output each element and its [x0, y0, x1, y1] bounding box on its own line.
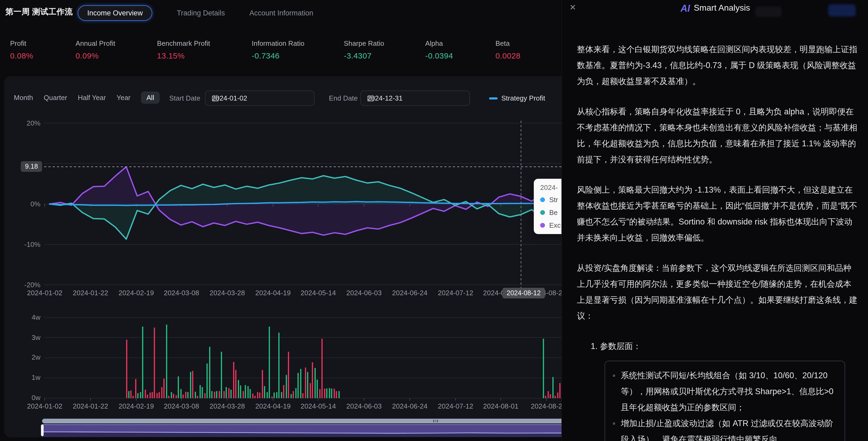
- metric-value: 13.15%: [157, 51, 231, 60]
- datazoom-left-handle[interactable]: [41, 424, 44, 436]
- bar-x-tick: 2024-03-08: [158, 402, 206, 410]
- ai-logo: AI: [680, 3, 690, 14]
- metric-value: -0.0394: [425, 51, 500, 60]
- ghost-button: [755, 6, 782, 17]
- analysis-paragraph: 从核心指标看，策略自身年化收益率接近于 0，且略为负 alpha，说明即便在不考…: [577, 104, 859, 167]
- bar-x-tick: 2024-04-19: [249, 402, 297, 410]
- bar-x-tick: 2024-08-01: [477, 402, 525, 410]
- bar-x-tick: 2024-01-02: [21, 402, 69, 410]
- end-date-input[interactable]: 2024-12-31: [360, 90, 470, 106]
- range-button-year[interactable]: Year: [117, 93, 131, 101]
- main-x-tick: 2024-06-03: [340, 289, 388, 297]
- end-date-label: End Date: [329, 94, 358, 102]
- metric-beta: Beta0.0028: [495, 39, 570, 60]
- workflow-title: 第一周 测试工作流: [5, 7, 73, 17]
- bar-x-tick: 2024-06-24: [386, 402, 434, 410]
- tooltip-series-label: Str: [549, 196, 558, 204]
- bullet-marker: ◦: [613, 415, 616, 441]
- range-button-all[interactable]: All: [141, 91, 160, 103]
- main-x-tick: 2024-06-24: [386, 289, 434, 297]
- series-dot-icon: [540, 197, 545, 202]
- bullet-marker: ◦: [613, 368, 616, 415]
- main-y-tick: 0%: [8, 200, 40, 208]
- metric-benchmark-profit: Benchmark Profit13.15%: [157, 39, 231, 60]
- metric-label: Annual Profit: [75, 39, 150, 48]
- metric-profit: Profit0.08%: [10, 39, 85, 60]
- crosshair-y-badge: 9.18: [21, 161, 42, 172]
- series-dot-icon: [540, 210, 545, 215]
- metric-label: Alpha: [425, 39, 500, 48]
- bar-x-tick: 2024-03-28: [203, 402, 251, 410]
- bullet-text: 增加止损/止盈或波动过滤（如 ATR 过滤或仅在较高波动阶段入场），避免在震荡极…: [621, 415, 836, 441]
- tab-income-overview[interactable]: Income Overview: [78, 5, 152, 21]
- range-button-month[interactable]: Month: [14, 93, 33, 101]
- analysis-paragraph: 从投资/实盘角度解读：当前参数下，这个双均线逻辑在所选回测区间和品种上几乎没有可…: [577, 260, 859, 324]
- tab-account-information[interactable]: Account Information: [249, 9, 313, 17]
- bar-x-tick: 2024-01-22: [66, 402, 115, 410]
- tooltip-series-label: Exc: [549, 221, 561, 229]
- tab-bar: Income OverviewTrading DetailsAccount In…: [78, 4, 313, 21]
- metric-value: 0.08%: [10, 51, 85, 60]
- section-title: 1. 参数层面：: [591, 338, 859, 354]
- metric-value: 0.0028: [495, 51, 570, 60]
- calendar-icon: [212, 95, 219, 102]
- main-x-tick: 2024-05-14: [294, 289, 342, 297]
- metric-alpha: Alpha-0.0394: [425, 39, 500, 60]
- strategy-profit-legend-label: Strategy Profit: [501, 94, 545, 102]
- panel-title: Smart Analysis: [694, 3, 750, 13]
- start-date-label: Start Date: [169, 94, 200, 102]
- suggestion-bullet: ◦系统性测试不同短/长均线组合（如 3/10、10/60、20/120 等），用…: [613, 368, 836, 415]
- bar-x-tick: 2024-02-19: [112, 402, 160, 410]
- range-button-half-year[interactable]: Half Year: [78, 93, 106, 101]
- metric-value: -3.4307: [344, 51, 418, 60]
- tooltip-series-label: Be: [549, 209, 558, 217]
- metric-value: 0.09%: [75, 51, 150, 60]
- main-x-tick: 2024-03-08: [158, 289, 206, 297]
- main-x-tick: 2024-02-19: [112, 289, 160, 297]
- metric-label: Information Ratio: [252, 39, 326, 48]
- bar-y-tick: 3w: [8, 334, 40, 342]
- bar-y-tick: 4w: [8, 313, 40, 321]
- metric-label: Profit: [10, 39, 85, 48]
- main-x-tick: 2024-01-02: [21, 289, 69, 297]
- metric-sharpe-ratio: Sharpe Ratio-3.4307: [344, 39, 418, 60]
- analysis-paragraph: 风险侧上，策略最大回撤大约为 -1.13%，表面上看回撤不大，但这是建立在整体收…: [577, 182, 859, 246]
- main-x-tick: 2024-03-28: [203, 289, 251, 297]
- bar-y-tick: 2w: [8, 353, 40, 361]
- analysis-text: 整体来看，这个白银期货双均线策略在回测区间内表现较差，明显跑输上证指数基准。夏普…: [577, 41, 859, 441]
- main-x-tick: 2024-04-19: [249, 289, 297, 297]
- main-y-tick: -10%: [8, 241, 40, 248]
- range-selector: MonthQuarterHalf YearYearAll: [14, 90, 159, 104]
- crosshair-x-badge: 2024-08-12: [502, 288, 545, 298]
- main-y-tick: 20%: [8, 119, 40, 127]
- suggestion-box: ◦系统性测试不同短/长均线组合（如 3/10、10/60、20/120 等），用…: [604, 361, 845, 441]
- panel-header: AI Smart Analysis: [562, 0, 868, 27]
- smart-analysis-panel: ✕ AI Smart Analysis 整体来看，这个白银期货双均线策略在回测区…: [561, 0, 868, 441]
- metric-value: -0.7346: [252, 51, 326, 60]
- main-y-tick: -20%: [8, 281, 40, 289]
- metric-information-ratio: Information Ratio-0.7346: [252, 39, 326, 60]
- scrollbar-grip-icon[interactable]: [433, 420, 438, 422]
- main-x-tick: 2024-01-22: [66, 289, 115, 297]
- bar-y-tick: 0w: [8, 393, 40, 402]
- tab-trading-details[interactable]: Trading Details: [177, 9, 225, 17]
- bar-x-tick: 2024-05-14: [294, 402, 342, 410]
- range-button-quarter[interactable]: Quarter: [44, 93, 67, 101]
- bar-y-tick: 1w: [8, 373, 40, 381]
- metric-annual-profit: Annual Profit0.09%: [75, 39, 150, 60]
- series-dot-icon: [540, 223, 545, 228]
- metric-label: Benchmark Profit: [157, 39, 231, 48]
- metric-label: Sharpe Ratio: [344, 39, 418, 48]
- strategy-profit-legend-swatch: [489, 97, 498, 99]
- app-root: 第一周 测试工作流 Income OverviewTrading Details…: [0, 0, 868, 441]
- ghost-primary-button: [828, 4, 856, 17]
- bullet-text: 系统性测试不同短/长均线组合（如 3/10、10/60、20/120 等），用网…: [621, 368, 836, 415]
- metric-label: Beta: [495, 39, 570, 48]
- start-date-input[interactable]: 2024-01-02: [205, 90, 314, 106]
- main-x-tick: 2024-07-12: [432, 289, 479, 297]
- suggestion-bullet: ◦增加止损/止盈或波动过滤（如 ATR 过滤或仅在较高波动阶段入场），避免在震荡…: [613, 415, 836, 441]
- bar-x-tick: 2024-06-03: [340, 402, 388, 410]
- calendar-icon: [367, 95, 374, 102]
- bar-x-tick: 2024-07-12: [432, 402, 479, 410]
- analysis-paragraph: 整体来看，这个白银期货双均线策略在回测区间内表现较差，明显跑输上证指数基准。夏普…: [577, 41, 859, 89]
